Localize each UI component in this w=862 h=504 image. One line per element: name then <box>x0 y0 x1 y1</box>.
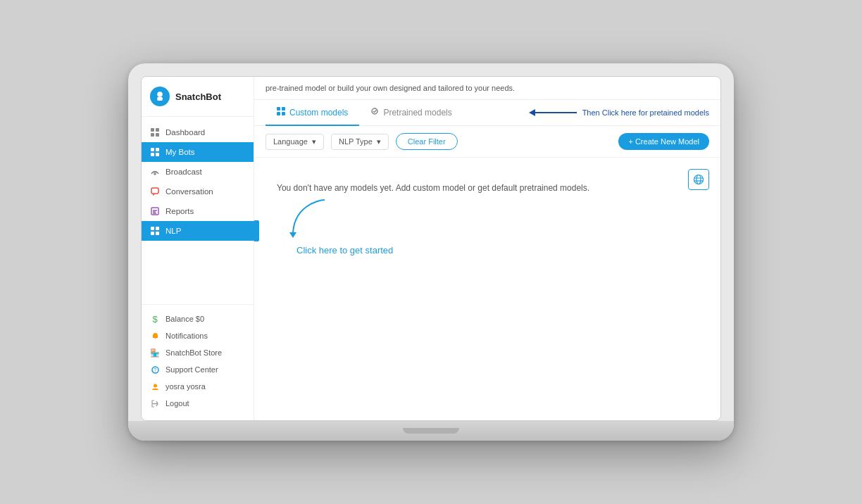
screen: SnatchBot Dashboard <box>141 76 721 421</box>
tab-pretrained-label: Pretrained models <box>383 108 451 118</box>
dashboard-icon <box>150 127 160 137</box>
sidebar-item-reports[interactable]: Reports <box>142 201 254 221</box>
sidebar-item-conversation[interactable]: Conversation <box>142 182 254 201</box>
svg-point-30 <box>694 175 704 184</box>
svg-rect-16 <box>151 227 154 230</box>
support-icon: ? <box>150 365 160 374</box>
balance-label: Balance $0 <box>165 315 204 323</box>
custom-models-icon <box>277 107 285 118</box>
sidebar: SnatchBot Dashboard <box>142 77 254 420</box>
nlp-icon <box>150 226 160 236</box>
sidebar-item-label: Conversation <box>165 187 213 196</box>
notifications-label: Notifications <box>165 332 208 340</box>
language-label: Language <box>273 137 308 146</box>
tab-custom-models-label: Custom models <box>289 108 348 118</box>
sidebar-bottom-balance[interactable]: $ Balance $0 <box>142 310 254 327</box>
create-new-model-button[interactable]: + Create New Model <box>618 133 709 150</box>
language-chevron-icon: ▾ <box>312 137 316 146</box>
logout-icon <box>150 398 160 408</box>
curved-arrow-svg <box>282 193 339 249</box>
svg-rect-5 <box>156 133 159 137</box>
sidebar-bottom-logout[interactable]: Logout <box>142 395 254 412</box>
sidebar-item-nlp[interactable]: NLP <box>142 221 254 241</box>
logout-label: Logout <box>165 399 189 408</box>
content-area: You don't have any models yet. Add custo… <box>254 158 720 420</box>
svg-point-0 <box>157 92 163 97</box>
user-label: yosra yosra <box>165 382 206 391</box>
svg-rect-2 <box>151 128 154 132</box>
reports-icon <box>150 206 160 216</box>
svg-rect-8 <box>151 153 154 156</box>
store-icon: 🏪 <box>150 348 160 358</box>
pretrained-icon <box>370 107 379 118</box>
broadcast-icon <box>150 167 160 177</box>
support-label: Support Center <box>165 365 218 374</box>
nlp-type-chevron-icon: ▾ <box>377 137 381 146</box>
sidebar-logo: SnatchBot <box>142 77 254 117</box>
top-description-bar: pre-trained model or build your own desi… <box>254 77 720 100</box>
annotation-arrow-line <box>535 112 577 113</box>
svg-point-23 <box>154 384 157 387</box>
svg-rect-7 <box>156 148 159 151</box>
nlp-type-label: NLP Type <box>339 137 373 146</box>
annotation-text: Then Click here for pretained models <box>582 108 709 117</box>
svg-rect-11 <box>151 188 158 194</box>
logo-icon <box>150 87 170 106</box>
svg-rect-4 <box>151 133 154 137</box>
svg-rect-3 <box>156 128 159 132</box>
sidebar-item-dashboard[interactable]: Dashboard <box>142 122 254 142</box>
logo-text: SnatchBot <box>175 92 221 102</box>
laptop-container: SnatchBot Dashboard <box>128 63 734 441</box>
get-started-annotation: Click here to get started <box>282 193 393 256</box>
sidebar-item-broadcast[interactable]: Broadcast <box>142 162 254 182</box>
sidebar-item-label: NLP <box>165 227 181 235</box>
svg-point-31 <box>697 175 701 184</box>
laptop-base <box>128 421 734 441</box>
tab-bar: Custom models Pretrained models Then Cli… <box>254 100 720 126</box>
sidebar-bottom: $ Balance $0 Notifications 🏪 SnatchBot S… <box>142 304 254 412</box>
svg-rect-27 <box>277 112 280 115</box>
sidebar-item-label: Dashboard <box>165 128 205 137</box>
tab-pretrained-models[interactable]: Pretrained models <box>359 100 463 126</box>
annotation-area: Then Click here for pretained models <box>535 108 709 117</box>
tab-custom-models[interactable]: Custom models <box>266 100 359 126</box>
svg-rect-9 <box>156 153 159 156</box>
conversation-icon <box>150 187 160 196</box>
svg-rect-25 <box>277 107 280 111</box>
main-content: pre-trained model or build your own desi… <box>254 77 720 420</box>
top-description-text: pre-trained model or build your own desi… <box>266 84 515 92</box>
svg-rect-20 <box>154 338 156 339</box>
store-label: SnatchBot Store <box>165 348 222 357</box>
sidebar-item-my-bots[interactable]: My Bots <box>142 142 254 162</box>
empty-message-text: You don't have any models yet. Add custo… <box>277 183 589 193</box>
laptop-notch <box>403 428 459 434</box>
sidebar-bottom-user[interactable]: yosra yosra <box>142 378 254 395</box>
my-bots-icon <box>150 147 160 157</box>
svg-point-10 <box>154 173 156 175</box>
svg-rect-28 <box>282 112 285 115</box>
user-icon <box>150 382 160 391</box>
balance-icon: $ <box>150 314 160 324</box>
svg-marker-34 <box>289 232 296 238</box>
get-started-text: Click here to get started <box>296 245 393 256</box>
clear-filter-button[interactable]: Clear Filter <box>396 133 458 150</box>
filter-bar: Language ▾ NLP Type ▾ Clear Filter + Cre… <box>254 126 720 158</box>
svg-rect-19 <box>156 232 159 235</box>
notifications-icon <box>150 331 160 341</box>
svg-rect-6 <box>151 148 154 151</box>
svg-rect-17 <box>156 227 159 230</box>
sidebar-item-label: Broadcast <box>165 168 202 176</box>
nlp-type-dropdown[interactable]: NLP Type ▾ <box>331 134 389 150</box>
svg-rect-26 <box>282 107 285 111</box>
globe-button[interactable] <box>688 169 709 190</box>
sidebar-nav: Dashboard My Bots <box>142 122 254 304</box>
sidebar-item-label: My Bots <box>165 148 195 156</box>
svg-rect-1 <box>157 97 163 101</box>
sidebar-bottom-store[interactable]: 🏪 SnatchBot Store <box>142 344 254 361</box>
svg-rect-18 <box>151 232 154 235</box>
sidebar-bottom-support[interactable]: ? Support Center <box>142 361 254 378</box>
svg-text:?: ? <box>154 367 156 372</box>
sidebar-item-label: Reports <box>165 207 194 215</box>
sidebar-bottom-notifications[interactable]: Notifications <box>142 327 254 344</box>
language-dropdown[interactable]: Language ▾ <box>266 134 324 150</box>
